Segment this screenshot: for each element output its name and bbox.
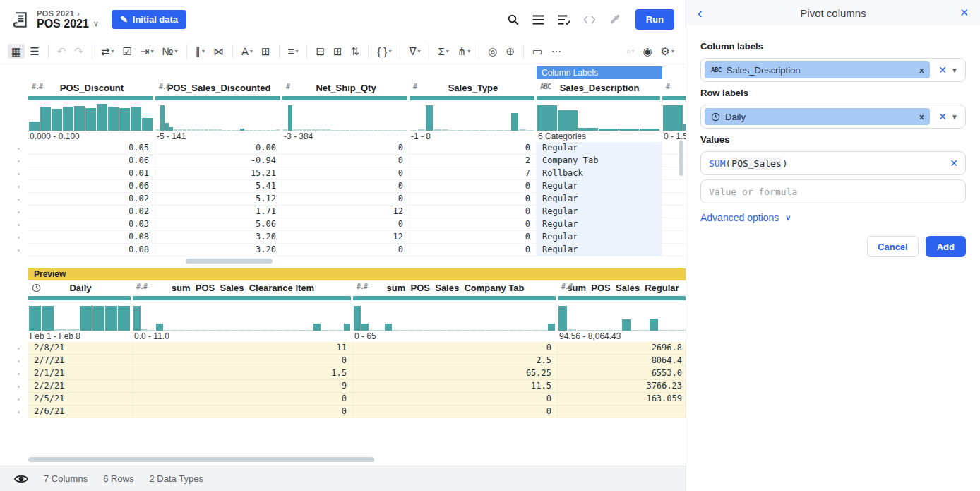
row-marker[interactable] xyxy=(0,355,28,367)
column-histogram[interactable] xyxy=(537,101,662,131)
add-button[interactable]: Add xyxy=(926,236,966,257)
run-button[interactable]: Run xyxy=(635,9,674,30)
table-cell[interactable]: 2/5/21 xyxy=(28,393,133,406)
scrollbar-thumb[interactable] xyxy=(186,259,273,264)
horizontal-scrollbar[interactable] xyxy=(0,455,686,464)
table-cell[interactable]: 2/2/21 xyxy=(28,380,133,393)
column-histogram[interactable] xyxy=(155,101,282,131)
table-cell[interactable]: 3.20 xyxy=(155,231,282,244)
column-header-sum-company-tab[interactable]: #.#sum_POS_Sales_Company Tab 0 - 65 xyxy=(353,280,558,342)
row-marker[interactable] xyxy=(0,193,28,206)
table-cell[interactable]: Regular xyxy=(537,180,662,193)
toc-icon[interactable] xyxy=(531,12,546,28)
column-histogram[interactable] xyxy=(662,101,686,131)
table-cell[interactable]: 7 xyxy=(410,167,537,180)
column-labels-input[interactable]: ABC Sales_Description x ✕ ▼ xyxy=(700,58,966,82)
page-title[interactable]: POS 2021∨ xyxy=(37,18,99,30)
formula-text[interactable]: SUM(POS_Sales) xyxy=(705,158,941,169)
table-cell[interactable]: 11.5 xyxy=(353,380,558,393)
vertical-scrollbar-thumb[interactable] xyxy=(679,141,683,176)
table-cell[interactable]: 9 xyxy=(133,380,353,393)
table-cell[interactable] xyxy=(662,180,686,193)
table-cell[interactable]: 0 xyxy=(410,244,537,256)
settings-icon[interactable]: ⚙▾ xyxy=(657,44,678,59)
table-cell[interactable]: Rollback xyxy=(537,167,662,180)
row-marker[interactable] xyxy=(0,155,28,167)
table-cell[interactable] xyxy=(662,206,686,218)
row-labels-input[interactable]: Daily x ✕ ▼ xyxy=(700,105,966,129)
steps-icon[interactable] xyxy=(556,12,572,28)
grid-view-icon[interactable]: ▦ xyxy=(8,44,25,59)
table-cell[interactable]: 5.41 xyxy=(155,180,282,193)
table-cell[interactable]: 0.08 xyxy=(28,231,155,244)
table-cell[interactable]: 0 xyxy=(410,180,537,193)
table-cell[interactable]: Regular xyxy=(537,231,662,244)
table-cell[interactable]: Regular xyxy=(537,244,662,256)
column-header-net-ship-qty[interactable]: #Net_Ship_Qty -3 - 384 xyxy=(282,81,410,142)
table-cell[interactable]: 0 xyxy=(133,406,353,418)
table-cell[interactable]: 0 xyxy=(410,218,537,231)
column-histogram[interactable] xyxy=(353,301,558,331)
extract-icon[interactable]: ⇥▾ xyxy=(137,44,157,59)
table-cell[interactable]: 0 xyxy=(353,406,558,418)
column-header-partial[interactable]: # 0 - 1.5 xyxy=(662,81,686,142)
standardize-icon[interactable]: ☑ xyxy=(119,44,135,59)
transpose-icon[interactable]: ⇅ xyxy=(347,44,364,59)
row-marker[interactable] xyxy=(0,244,28,256)
table-cell[interactable]: 0.02 xyxy=(28,206,155,218)
column-header-sum-regular[interactable]: #.#sum_POS_Sales_Regular 94.56 - 8,064.4… xyxy=(558,280,686,342)
new-column-icon[interactable]: ⊞ xyxy=(258,44,274,59)
breadcrumb[interactable]: POS 2021› xyxy=(37,9,99,18)
back-chevron-icon[interactable]: ‹ xyxy=(698,5,712,21)
table-cell[interactable]: 0 xyxy=(282,244,410,256)
table-cell[interactable]: 163.059 xyxy=(558,393,686,406)
table-cell[interactable]: 2/1/21 xyxy=(28,367,133,380)
table-cell[interactable]: 15.21 xyxy=(155,167,282,180)
row-marker[interactable] xyxy=(0,393,28,406)
table-cell[interactable] xyxy=(558,406,686,418)
table-cell[interactable]: 8064.4 xyxy=(558,355,686,367)
replace-icon[interactable]: ⇄▾ xyxy=(97,44,118,59)
row-marker[interactable] xyxy=(0,380,28,393)
count-matches-icon[interactable]: №▾ xyxy=(158,44,181,59)
cancel-button[interactable]: Cancel xyxy=(867,236,919,257)
value-or-formula-input[interactable] xyxy=(700,179,966,203)
column-header-pos-discount[interactable]: #.#POS_Discount 0.000 - 0.100 xyxy=(28,81,155,142)
row-marker[interactable] xyxy=(0,167,28,180)
table-cell[interactable]: Regular xyxy=(537,142,662,155)
column-histogram[interactable] xyxy=(410,101,537,131)
horizontal-scrollbar[interactable] xyxy=(0,256,686,266)
table-cell[interactable]: 2/7/21 xyxy=(28,355,133,367)
table-cell[interactable]: 0 xyxy=(133,355,353,367)
comment-icon[interactable]: ▭ xyxy=(529,44,546,59)
table-cell[interactable] xyxy=(662,231,686,244)
advanced-options-link[interactable]: Advanced options ∨ xyxy=(700,212,966,223)
table-cell[interactable]: Regular xyxy=(537,206,662,218)
row-marker[interactable] xyxy=(0,367,28,380)
clear-icon[interactable]: ✕ xyxy=(938,111,947,122)
table-cell[interactable]: 2/8/21 xyxy=(28,342,133,355)
table-cell[interactable]: 0.01 xyxy=(28,167,155,180)
chip-remove-icon[interactable]: x xyxy=(919,112,924,121)
table-cell[interactable]: 1.5 xyxy=(133,367,353,380)
column-header-pos-sales-discounted[interactable]: #.#POS_Sales_Discounted -5 - 141 xyxy=(155,81,282,142)
row-marker[interactable] xyxy=(0,180,28,193)
aggregate-icon[interactable]: Σ▾ xyxy=(434,44,452,59)
table-cell[interactable]: 5.06 xyxy=(155,218,282,231)
table-cell[interactable]: Company Tab xyxy=(537,155,662,167)
table-cell[interactable]: 12 xyxy=(282,231,410,244)
group-by-icon[interactable]: ≡▾ xyxy=(285,44,302,59)
column-header-sales-type[interactable]: #Sales_Type -1 - 8 xyxy=(410,81,537,142)
sales-description-chip[interactable]: ABC Sales_Description x xyxy=(705,61,930,78)
column-header-sum-clearance-item[interactable]: #.#sum_POS_Sales_Clearance Item 0.0 - 11… xyxy=(133,280,353,342)
table-cell[interactable]: 0 xyxy=(410,206,537,218)
table-cell[interactable]: 0 xyxy=(282,180,410,193)
table-cell[interactable]: 3766.23 xyxy=(558,380,686,393)
table-cell[interactable]: 0.05 xyxy=(28,142,155,155)
filter-icon[interactable]: ∇▾ xyxy=(405,44,424,59)
pivot-icon[interactable]: ⊟ xyxy=(312,44,328,59)
row-marker[interactable] xyxy=(0,206,28,218)
eye-icon[interactable] xyxy=(14,474,28,484)
table-cell[interactable]: 2 xyxy=(410,155,537,167)
scrollbar-thumb[interactable] xyxy=(28,457,374,462)
